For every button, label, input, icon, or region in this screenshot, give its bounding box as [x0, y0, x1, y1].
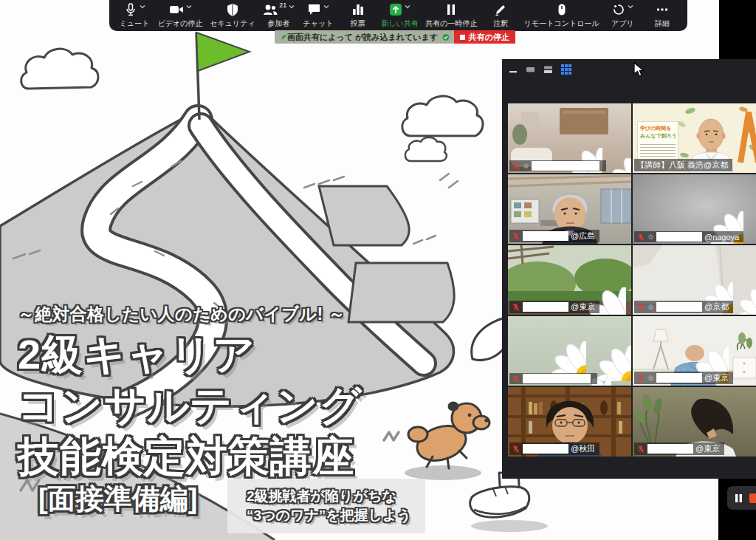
pause-share-icon: [446, 3, 456, 16]
video-tile[interactable]: ☆ @京都: [633, 245, 756, 315]
poll-icon: [351, 3, 365, 16]
slide-note-line2: “3つのワナ”を把握しよう: [247, 506, 425, 525]
slide-edition-label: [面接準備編]: [38, 480, 197, 518]
muted-mic-icon: [512, 303, 520, 312]
muted-mic-icon: [636, 233, 645, 242]
share-status-icon: [281, 33, 287, 41]
chevron-down-icon[interactable]: [323, 4, 329, 9]
redacted-name: [523, 302, 568, 312]
video-tile[interactable]: ☆ @nagoya: [633, 174, 756, 244]
muted-mic-icon: [512, 445, 520, 454]
stop-recording-button[interactable]: [749, 493, 756, 503]
annotate-button[interactable]: 注釈: [484, 3, 517, 29]
video-tile[interactable]: @東京: [508, 245, 631, 315]
participants-icon: [262, 3, 278, 16]
shield-icon: [226, 3, 239, 17]
participant-label: ☆ @nagoya: [634, 231, 743, 242]
more-icon: [656, 3, 669, 16]
muted-mic-icon: [512, 162, 520, 171]
muted-mic-icon: [636, 445, 645, 454]
video-tile[interactable]: @秋田: [508, 387, 631, 457]
video-tile[interactable]: @広島: [508, 174, 631, 244]
gallery-view-icon[interactable]: [561, 64, 571, 75]
microphone-icon: [124, 3, 137, 17]
more-button[interactable]: 詳細: [646, 3, 678, 29]
new-share-button[interactable]: 新しい共有: [381, 3, 418, 29]
apps-icon: [612, 3, 625, 16]
slide-note-line1: 2級挑戦者が陥りがちな: [247, 487, 425, 506]
redacted-name: [523, 231, 568, 241]
participant-label: ☆: [509, 160, 606, 171]
screen-black-area: [719, 0, 756, 59]
muted-mic-icon: [636, 374, 645, 383]
participant-label: @東京: [509, 301, 599, 313]
pause-share-button[interactable]: 共有の一時停止: [425, 3, 477, 29]
redacted-name: [656, 232, 702, 242]
minimize-icon[interactable]: [509, 65, 518, 74]
stop-video-button[interactable]: ビデオの停止: [158, 3, 203, 29]
strip-view-icon[interactable]: [543, 65, 553, 74]
chevron-down-icon[interactable]: [186, 4, 192, 9]
stop-square-icon: [460, 35, 465, 40]
dog-illustration: [408, 403, 489, 468]
redacted-name: [523, 444, 568, 454]
chevron-down-icon[interactable]: [405, 4, 410, 9]
redacted-name: [523, 374, 591, 383]
slide-title-line3: 技能検定対策講座: [18, 431, 362, 482]
video-tile[interactable]: @東京: [633, 387, 756, 457]
polls-button[interactable]: 投票: [342, 3, 374, 29]
muted-mic-icon: [512, 232, 520, 241]
chat-button[interactable]: チャット: [302, 3, 334, 29]
slide-title-line1: 2級キャリア: [18, 329, 362, 380]
mute-button[interactable]: ミュート: [118, 3, 151, 29]
slide-note-box: 2級挑戦者が陥りがちな “3つのワナ”を把握しよう: [227, 479, 425, 533]
participant-label: [509, 373, 597, 384]
redacted-name: [647, 444, 693, 454]
participant-label: @東京: [634, 442, 724, 455]
participant-label: @広島: [509, 230, 599, 242]
speaker-view-icon[interactable]: [526, 65, 535, 74]
screen-share-banner: 画面共有によって が読み込まれています 共有の停止: [275, 30, 515, 44]
video-tile[interactable]: ☆ @東京: [633, 316, 756, 386]
annotate-icon: [494, 3, 507, 16]
share-banner-message: 画面共有によって が読み込まれています: [287, 32, 438, 43]
poster-fine-print: [640, 142, 676, 158]
participant-label: @秋田: [509, 442, 599, 455]
mouse-cursor: [633, 62, 645, 77]
chevron-down-icon[interactable]: [289, 4, 295, 9]
verified-icon: [442, 33, 450, 42]
video-tile-lecturer[interactable]: 学びの時間を みんなで創ろう 【講師】八阪 義浩@京都: [633, 103, 756, 173]
participants-button[interactable]: 21 参加者: [262, 3, 295, 29]
slide-title-line2: コンサルティング: [18, 380, 362, 431]
zoom-meeting-screen: ～絶対合格したい人のためのバイブル! ～ 2級キャリア コンサルティング 技能検…: [0, 0, 756, 540]
walking-leg-illustration: [470, 473, 529, 517]
video-gallery-window: ☆: [502, 59, 756, 479]
chevron-down-icon[interactable]: [140, 4, 145, 9]
video-tile[interactable]: [508, 316, 631, 386]
video-tile[interactable]: ☆: [508, 103, 631, 173]
apps-button[interactable]: アプリ: [606, 3, 639, 29]
stop-share-button[interactable]: 共有の停止: [454, 30, 515, 44]
meeting-toolbar: ミュート ビデオの停止 セキュリティ: [109, 0, 687, 31]
participant-label: ☆ @京都: [634, 301, 733, 313]
participant-label: ☆ @東京: [634, 372, 733, 384]
participant-label: 【講師】八阪 義浩@京都: [634, 159, 732, 171]
muted-mic-icon: [636, 303, 645, 312]
chat-icon: [307, 3, 321, 16]
gallery-window-controls: [509, 64, 571, 75]
chevron-down-icon[interactable]: [628, 4, 633, 9]
video-camera-icon: [169, 3, 184, 16]
recording-controls: [727, 486, 756, 510]
new-share-icon: [389, 3, 402, 16]
security-button[interactable]: セキュリティ: [210, 3, 255, 29]
muted-mic-icon: [512, 375, 520, 383]
remote-control-button[interactable]: リモートコントロール: [524, 3, 599, 29]
remote-control-icon: [557, 3, 566, 16]
participant-count: 21: [279, 1, 286, 9]
participant-grid: ☆: [508, 103, 756, 457]
redacted-name: [656, 302, 702, 312]
slide-title-block: ～絶対合格したい人のためのバイブル! ～ 2級キャリア コンサルティング 技能検…: [18, 303, 362, 482]
pause-recording-button[interactable]: [735, 493, 743, 503]
slide-tagline: ～絶対合格したい人のためのバイブル! ～: [18, 303, 362, 326]
redacted-name: [656, 373, 702, 383]
